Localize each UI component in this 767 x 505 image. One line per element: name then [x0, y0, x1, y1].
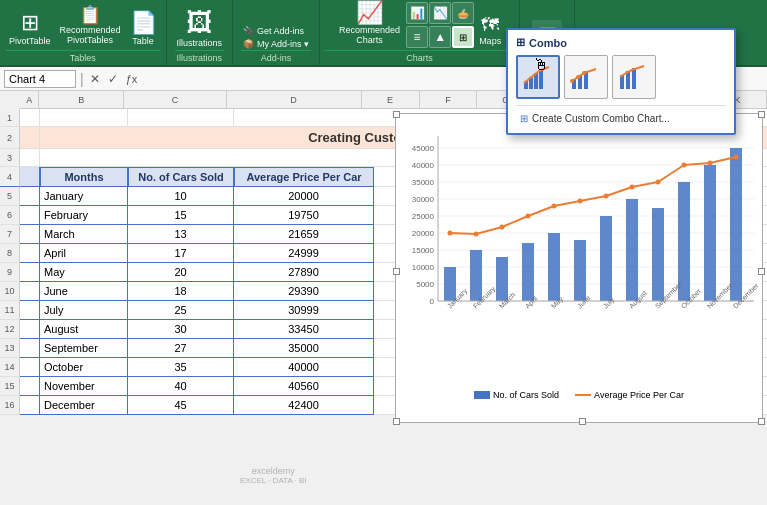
cell-cars[interactable]: 30 [128, 320, 234, 339]
col-header-b[interactable]: B [39, 91, 124, 108]
cell-cars[interactable]: 15 [128, 206, 234, 225]
formula-sep: | [80, 71, 84, 87]
get-addins-icon: 🔌 [243, 26, 254, 36]
name-box[interactable] [4, 70, 76, 88]
chart-container[interactable]: Chart Title 45000 40000 35000 30000 2500… [395, 113, 763, 423]
cell-month[interactable]: January [40, 187, 128, 206]
cell-month[interactable]: November [40, 377, 128, 396]
cell-price[interactable]: 40560 [234, 377, 374, 396]
resize-handle-tl[interactable] [393, 111, 400, 118]
svg-text:40000: 40000 [412, 161, 435, 170]
resize-handle-mr[interactable] [758, 268, 765, 275]
resize-handle-bl[interactable] [393, 418, 400, 425]
cell-price[interactable]: 35000 [234, 339, 374, 358]
combo-icon-3[interactable] [612, 55, 656, 99]
resize-handle-bc[interactable] [579, 418, 586, 425]
header-cars: No. of Cars Sold [128, 167, 234, 187]
cell-month[interactable]: July [40, 301, 128, 320]
cell-price[interactable]: 29390 [234, 282, 374, 301]
col-header-e[interactable]: E [362, 91, 420, 108]
cell-month[interactable]: August [40, 320, 128, 339]
my-addins-button[interactable]: 📦 My Add-ins ▾ [241, 38, 311, 50]
svg-text:10000: 10000 [412, 263, 435, 272]
col-header-c[interactable]: C [124, 91, 226, 108]
resize-handle-br[interactable] [758, 418, 765, 425]
pie-chart-button[interactable]: 🥧 [452, 2, 474, 24]
pivot-table-icon: ⊞ [21, 10, 39, 36]
cell-price[interactable]: 30999 [234, 301, 374, 320]
more-charts-button[interactable]: 🗺 Maps [476, 13, 504, 48]
svg-rect-3 [539, 69, 543, 89]
cell-price[interactable]: 27890 [234, 263, 374, 282]
col-header-a[interactable]: A [20, 91, 39, 108]
resize-handle-ml[interactable] [393, 268, 400, 275]
cell-price[interactable]: 42400 [234, 396, 374, 415]
svg-rect-12 [632, 68, 636, 89]
cell-month[interactable]: September [40, 339, 128, 358]
row-num-12: 12 [0, 320, 20, 339]
resize-handle-tr[interactable] [758, 111, 765, 118]
row-num-8: 8 [0, 244, 20, 263]
row-num-5: 5 [0, 187, 20, 206]
row-num-4: 4 [0, 167, 20, 187]
cell-month[interactable]: February [40, 206, 128, 225]
recommended-charts-icon: 📈 [356, 0, 383, 26]
recommended-charts-button[interactable]: 📈 RecommendedCharts [335, 0, 404, 48]
cell-month[interactable]: March [40, 225, 128, 244]
cell-cars[interactable]: 35 [128, 358, 234, 377]
get-addins-button[interactable]: 🔌 Get Add-ins [241, 25, 311, 37]
cell-cars[interactable]: 40 [128, 377, 234, 396]
line-chart-button[interactable]: 📉 [429, 2, 451, 24]
combo-icons-row [516, 55, 726, 99]
combo-icon-1[interactable] [516, 55, 560, 99]
insert-function-icon[interactable]: ƒx [124, 73, 140, 85]
my-addins-icon: 📦 [243, 39, 254, 49]
cell-price[interactable]: 33450 [234, 320, 374, 339]
col-header-f[interactable]: F [420, 91, 478, 108]
bar-chart-button[interactable]: ≡ [406, 26, 428, 48]
pivot-table-button[interactable]: ⊞ PivotTable [6, 8, 54, 48]
illustrations-button[interactable]: 🖼 Illustrations [175, 5, 225, 50]
cell-cars[interactable]: 45 [128, 396, 234, 415]
cell-cars[interactable]: 25 [128, 301, 234, 320]
cell-cars[interactable]: 10 [128, 187, 234, 206]
svg-point-46 [474, 232, 479, 237]
cell-price[interactable]: 19750 [234, 206, 374, 225]
row-num-14: 14 [0, 358, 20, 377]
cell-price[interactable]: 21659 [234, 225, 374, 244]
cell-month[interactable]: April [40, 244, 128, 263]
combo-icon-2[interactable] [564, 55, 608, 99]
svg-text:25000: 25000 [412, 212, 435, 221]
cell-cars[interactable]: 27 [128, 339, 234, 358]
combo-popup-title: ⊞ Combo [516, 36, 726, 49]
cell-price[interactable]: 40000 [234, 358, 374, 377]
cell-month[interactable]: June [40, 282, 128, 301]
svg-text:0: 0 [430, 297, 435, 306]
cell-cars[interactable]: 13 [128, 225, 234, 244]
row-num-11: 11 [0, 301, 20, 320]
cell-month[interactable]: May [40, 263, 128, 282]
svg-rect-39 [600, 216, 612, 301]
cell-price[interactable]: 24999 [234, 244, 374, 263]
cell-month[interactable]: December [40, 396, 128, 415]
cell-cars[interactable]: 17 [128, 244, 234, 263]
cancel-icon[interactable]: ✕ [88, 72, 102, 86]
combo-chart-button[interactable]: ⊞ [452, 26, 474, 48]
cell-month[interactable]: October [40, 358, 128, 377]
confirm-icon[interactable]: ✓ [106, 72, 120, 86]
cell-cars[interactable]: 20 [128, 263, 234, 282]
column-chart-button[interactable]: 📊 [406, 2, 428, 24]
svg-text:35000: 35000 [412, 178, 435, 187]
svg-rect-38 [574, 240, 586, 301]
row-num-6: 6 [0, 206, 20, 225]
cell-cars[interactable]: 18 [128, 282, 234, 301]
svg-text:20000: 20000 [412, 229, 435, 238]
create-custom-combo-button[interactable]: ⊞ Create Custom Combo Chart... [516, 110, 726, 127]
svg-point-45 [448, 231, 453, 236]
col-header-d[interactable]: D [227, 91, 362, 108]
area-chart-button[interactable]: ▲ [429, 26, 451, 48]
cell-price[interactable]: 20000 [234, 187, 374, 206]
recommended-pivot-button[interactable]: 📋 RecommendedPivotTables [57, 2, 124, 48]
charts-label: Charts [324, 50, 515, 63]
table-button[interactable]: 📄 Table [127, 8, 160, 48]
